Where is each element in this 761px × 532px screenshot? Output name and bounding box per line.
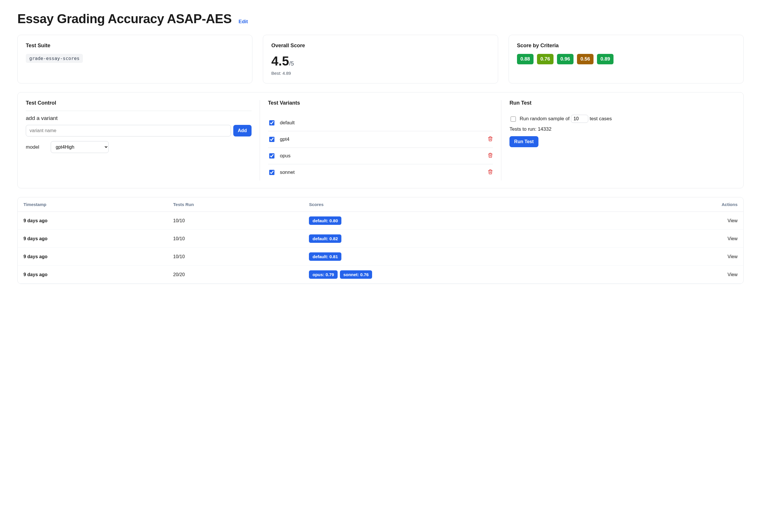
cell-timestamp: 9 days ago bbox=[18, 266, 167, 284]
test-suite-title: Test Suite bbox=[26, 43, 244, 49]
variant-name-input[interactable] bbox=[26, 125, 231, 137]
run-sample-prefix: Run random sample of bbox=[520, 116, 569, 121]
variant-item: sonnet bbox=[268, 164, 493, 181]
test-control-title: Test Control bbox=[26, 100, 252, 111]
variant-checkbox[interactable] bbox=[269, 153, 274, 158]
score-badge: default: 0.82 bbox=[309, 234, 341, 243]
test-variants-title: Test Variants bbox=[268, 100, 493, 111]
cell-tests-run: 10/10 bbox=[167, 212, 303, 230]
cell-scores: opus: 0.79sonnet: 0.76 bbox=[303, 266, 627, 284]
criteria-badge: 0.96 bbox=[557, 54, 573, 64]
score-badge: default: 0.80 bbox=[309, 216, 341, 225]
add-variant-label: add a variant bbox=[26, 115, 252, 121]
add-variant-button[interactable]: Add bbox=[233, 125, 252, 137]
model-select[interactable]: gpt4High bbox=[51, 141, 109, 153]
view-link[interactable]: View bbox=[728, 218, 737, 223]
variant-checkbox[interactable] bbox=[269, 120, 274, 126]
score-by-criteria-title: Score by Criteria bbox=[517, 43, 735, 49]
overall-score-value: 4.5 bbox=[271, 54, 289, 68]
variant-item: opus bbox=[268, 148, 493, 164]
cell-scores: default: 0.82 bbox=[303, 230, 627, 248]
col-actions: Actions bbox=[627, 197, 743, 212]
run-sample-suffix: test cases bbox=[590, 116, 612, 121]
table-row: 9 days ago10/10default: 0.81View bbox=[18, 248, 743, 266]
variant-name: default bbox=[280, 120, 493, 126]
criteria-badge: 0.76 bbox=[537, 54, 554, 64]
test-suite-name: grade-essay-scores bbox=[26, 54, 83, 63]
criteria-badge: 0.89 bbox=[597, 54, 614, 64]
col-timestamp: Timestamp bbox=[18, 197, 167, 212]
cell-actions: View bbox=[627, 230, 743, 248]
run-test-button[interactable]: Run Test bbox=[509, 136, 538, 147]
cell-scores: default: 0.81 bbox=[303, 248, 627, 266]
score-badge: sonnet: 0.76 bbox=[340, 270, 373, 279]
cell-actions: View bbox=[627, 248, 743, 266]
edit-link[interactable]: Edit bbox=[239, 19, 248, 25]
overall-score-denom: /5 bbox=[289, 60, 294, 67]
tests-to-run-label: Tests to run: 14332 bbox=[509, 126, 735, 132]
cell-timestamp: 9 days ago bbox=[18, 248, 167, 266]
cell-timestamp: 9 days ago bbox=[18, 230, 167, 248]
cell-actions: View bbox=[627, 212, 743, 230]
cell-tests-run: 10/10 bbox=[167, 248, 303, 266]
cell-actions: View bbox=[627, 266, 743, 284]
cell-tests-run: 10/10 bbox=[167, 230, 303, 248]
col-scores: Scores bbox=[303, 197, 627, 212]
variant-name: opus bbox=[280, 153, 483, 159]
view-link[interactable]: View bbox=[728, 236, 737, 241]
score-by-criteria-card: Score by Criteria 0.880.760.960.560.89 bbox=[508, 35, 744, 84]
trash-icon[interactable] bbox=[488, 153, 493, 159]
table-row: 9 days ago10/10default: 0.82View bbox=[18, 230, 743, 248]
view-link[interactable]: View bbox=[728, 272, 737, 277]
col-tests-run: Tests Run bbox=[167, 197, 303, 212]
variant-item: gpt4 bbox=[268, 131, 493, 148]
run-test-title: Run Test bbox=[509, 100, 735, 111]
model-label: model bbox=[26, 144, 39, 150]
test-control-card: Test Control add a variant Add model gpt… bbox=[17, 92, 744, 188]
criteria-badge: 0.88 bbox=[517, 54, 534, 64]
table-row: 9 days ago10/10default: 0.80View bbox=[18, 212, 743, 230]
run-sample-input[interactable] bbox=[571, 115, 588, 123]
trash-icon[interactable] bbox=[488, 169, 493, 176]
variant-name: sonnet bbox=[280, 169, 483, 175]
variant-item: default bbox=[268, 115, 493, 131]
trash-icon[interactable] bbox=[488, 136, 493, 143]
variant-checkbox[interactable] bbox=[269, 137, 274, 142]
cell-scores: default: 0.80 bbox=[303, 212, 627, 230]
table-row: 9 days ago20/20opus: 0.79sonnet: 0.76Vie… bbox=[18, 266, 743, 284]
test-suite-card: Test Suite grade-essay-scores bbox=[17, 35, 253, 84]
score-badge: default: 0.81 bbox=[309, 252, 341, 261]
cell-timestamp: 9 days ago bbox=[18, 212, 167, 230]
runs-table-card: Timestamp Tests Run Scores Actions 9 day… bbox=[17, 197, 744, 284]
score-badge: opus: 0.79 bbox=[309, 270, 337, 279]
cell-tests-run: 20/20 bbox=[167, 266, 303, 284]
overall-score-title: Overall Score bbox=[271, 43, 490, 49]
overall-score-card: Overall Score 4.5/5 Best: 4.89 bbox=[263, 35, 498, 84]
view-link[interactable]: View bbox=[728, 254, 737, 259]
variant-checkbox[interactable] bbox=[269, 170, 274, 175]
overall-score-best: Best: 4.89 bbox=[271, 71, 490, 76]
criteria-badge: 0.56 bbox=[577, 54, 594, 64]
variant-name: gpt4 bbox=[280, 137, 483, 142]
run-sample-checkbox[interactable] bbox=[511, 116, 516, 122]
page-title: Essay Grading Accuracy ASAP-AES bbox=[17, 12, 232, 26]
